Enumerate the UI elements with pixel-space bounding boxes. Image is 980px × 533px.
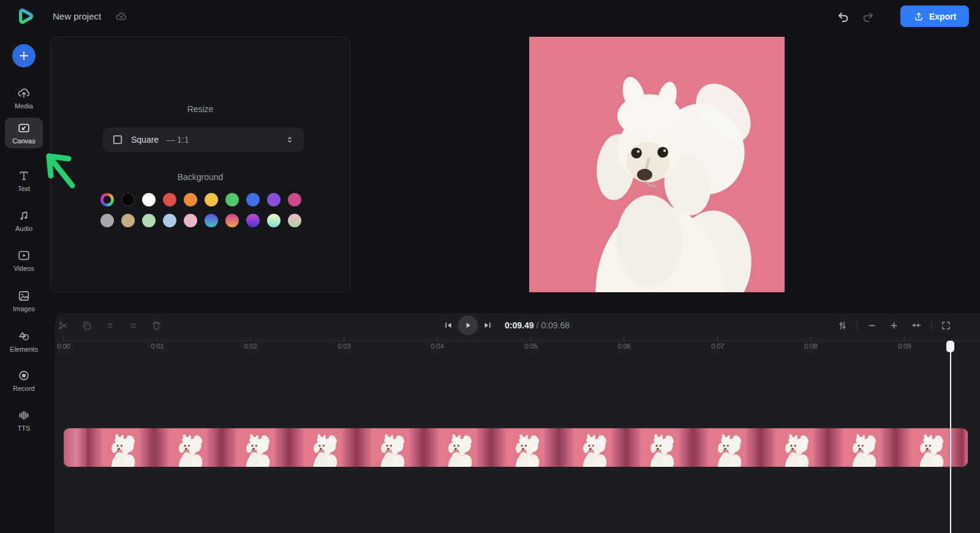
video-play-icon: [17, 249, 31, 262]
swatch-light-pink[interactable]: [184, 214, 197, 227]
swatch-black[interactable]: [121, 193, 135, 206]
ruler-mark: 0:06: [617, 337, 630, 350]
ruler-label: 0:06: [617, 342, 630, 350]
clip-thumbnail: [828, 428, 895, 467]
ruler-label: 0:09: [898, 342, 911, 350]
zoom-out-icon[interactable]: [866, 320, 878, 331]
ruler-baseline: [55, 341, 980, 341]
swatch-blue-teal-gradient[interactable]: [205, 214, 218, 227]
ruler-mark: 0:04: [431, 337, 443, 350]
shapes-icon: [17, 330, 31, 343]
split-icon[interactable]: [58, 320, 69, 331]
playhead-line: [950, 347, 951, 533]
timeline-video-clip[interactable]: [64, 428, 968, 467]
export-button[interactable]: Export: [900, 6, 969, 27]
upload-icon: [913, 11, 924, 22]
current-time: 0:09.49: [505, 320, 533, 330]
total-time: 0:09.68: [541, 320, 570, 330]
sidebar-item-label: Elements: [10, 346, 38, 353]
ruler-label: 0:03: [337, 342, 350, 350]
canvas-settings-panel: Resize Square — 1:1 Background: [50, 37, 350, 292]
clip-frame-fill: [963, 428, 968, 467]
sidebar-item-label: Images: [13, 305, 35, 312]
chevron-updown-icon: [284, 134, 295, 145]
swatch-magenta-blue-gradient[interactable]: [246, 214, 260, 227]
zoom-in-icon[interactable]: [888, 320, 900, 331]
plus-icon: [17, 49, 31, 62]
play-icon: [463, 320, 473, 330]
ruler-label: 0:07: [711, 342, 724, 350]
ruler-mark: 0:02: [244, 337, 257, 350]
project-title[interactable]: New project: [53, 11, 101, 21]
aspect-ratio-dropdown[interactable]: Square — 1:1: [103, 127, 304, 152]
sidebar-item-text[interactable]: Text: [2, 165, 45, 196]
swatch-yellow[interactable]: [205, 193, 218, 206]
ruler-mark: 0:07: [711, 337, 724, 350]
add-media-button[interactable]: [12, 44, 36, 67]
clip-thumbnail: [356, 428, 424, 467]
sidebar-item-videos[interactable]: Videos: [2, 245, 45, 276]
skip-to-start-icon[interactable]: [443, 320, 454, 331]
annotation-arrow: [42, 148, 78, 191]
swatch-magenta[interactable]: [288, 193, 301, 206]
music-note-icon: [17, 209, 31, 222]
cloud-upload-icon: [17, 86, 31, 100]
sidebar-item-media[interactable]: Media: [2, 83, 45, 113]
swatch-pink-orange-gradient[interactable]: [225, 214, 239, 227]
timeline-ruler[interactable]: [55, 334, 980, 352]
undo-button[interactable]: [836, 10, 851, 25]
sidebar-item-label: Audio: [15, 225, 32, 232]
swatch-red[interactable]: [163, 193, 176, 206]
duplicate-icon[interactable]: [81, 320, 92, 331]
sidebar-item-label: TTS: [18, 425, 31, 432]
sidebar-item-elements[interactable]: Elements: [2, 326, 45, 357]
swatch-pink-green-gradient[interactable]: [288, 214, 301, 227]
sidebar-item-images[interactable]: Images: [2, 285, 45, 316]
playhead-handle[interactable]: [946, 341, 954, 352]
ruler-label: 0:01: [151, 342, 164, 350]
redo-button[interactable]: [861, 10, 875, 25]
swatch-color-wheel[interactable]: [100, 193, 114, 206]
clip-thumbnail: [424, 428, 491, 467]
timecode-display: 0:09.49/0:09.68: [505, 320, 570, 330]
swatch-purple[interactable]: [267, 193, 281, 206]
ruler-mark: 0:03: [337, 337, 350, 350]
bring-forward-icon[interactable]: [104, 320, 116, 331]
skip-to-end-icon[interactable]: [482, 320, 493, 331]
sidebar-item-tts[interactable]: TTS: [2, 405, 45, 436]
clip-thumbnail: [222, 428, 289, 467]
sidebar: Media Canvas Text: [0, 34, 48, 533]
playhead[interactable]: [946, 341, 954, 533]
swatch-green[interactable]: [225, 193, 239, 206]
clip-thumbnail: [87, 428, 154, 467]
ruler-label: 0:02: [244, 342, 257, 350]
background-swatch-row: [100, 193, 301, 206]
fullscreen-icon[interactable]: [940, 320, 952, 331]
sidebar-item-canvas[interactable]: Canvas: [5, 118, 43, 148]
video-preview-canvas[interactable]: [529, 37, 785, 292]
ruler-mark: 0:09: [898, 337, 911, 350]
play-button[interactable]: [458, 316, 478, 335]
sidebar-item-audio[interactable]: Audio: [2, 205, 45, 236]
send-backward-icon[interactable]: [127, 320, 139, 331]
ruler-label: 0:05: [524, 342, 537, 350]
clipchamp-play-logo[interactable]: [13, 7, 36, 28]
swatch-yellow-cyan-gradient[interactable]: [267, 214, 281, 227]
sidebar-item-label: Media: [15, 102, 33, 110]
export-button-label: Export: [929, 12, 956, 21]
swatch-tan[interactable]: [121, 214, 135, 227]
timeline-settings-icon[interactable]: [837, 320, 848, 331]
sidebar-item-label: Canvas: [12, 137, 35, 145]
clip-frame-fill: [64, 428, 87, 467]
swatch-light-blue[interactable]: [163, 214, 176, 227]
swatch-white[interactable]: [142, 193, 156, 206]
swatch-gray[interactable]: [100, 214, 114, 227]
sidebar-item-record[interactable]: Record: [2, 365, 45, 396]
delete-icon[interactable]: [151, 320, 162, 331]
zoom-to-fit-icon[interactable]: [910, 319, 922, 331]
swatch-blue[interactable]: [246, 193, 260, 206]
divider: [931, 320, 932, 331]
aspect-ratio-suffix: — 1:1: [166, 135, 189, 145]
swatch-orange[interactable]: [184, 193, 197, 206]
swatch-light-green[interactable]: [142, 214, 156, 227]
